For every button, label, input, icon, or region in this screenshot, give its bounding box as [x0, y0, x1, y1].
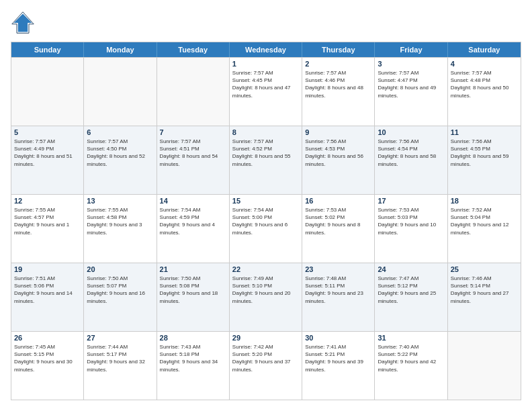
day-number: 16: [305, 197, 371, 205]
cal-cell-day-1: 1Sunrise: 7:57 AM Sunset: 4:45 PM Daylig…: [230, 58, 302, 126]
cell-detail: Sunrise: 7:54 AM Sunset: 4:59 PM Dayligh…: [160, 206, 226, 236]
day-number: 9: [305, 128, 371, 136]
calendar-week-4: 26Sunrise: 7:45 AM Sunset: 5:15 PM Dayli…: [11, 331, 521, 400]
cell-detail: Sunrise: 7:57 AM Sunset: 4:48 PM Dayligh…: [451, 69, 518, 99]
day-number: 20: [87, 265, 153, 273]
cell-detail: Sunrise: 7:52 AM Sunset: 5:04 PM Dayligh…: [451, 206, 518, 236]
cell-detail: Sunrise: 7:56 AM Sunset: 4:55 PM Dayligh…: [451, 138, 518, 168]
cal-cell-day-10: 10Sunrise: 7:56 AM Sunset: 4:54 PM Dayli…: [375, 126, 447, 194]
cal-cell-day-27: 27Sunrise: 7:44 AM Sunset: 5:17 PM Dayli…: [84, 332, 157, 400]
calendar-week-3: 19Sunrise: 7:51 AM Sunset: 5:06 PM Dayli…: [11, 263, 521, 331]
day-number: 27: [87, 334, 153, 342]
cell-detail: Sunrise: 7:57 AM Sunset: 4:51 PM Dayligh…: [160, 138, 226, 168]
cal-cell-day-28: 28Sunrise: 7:43 AM Sunset: 5:18 PM Dayli…: [157, 332, 230, 400]
cell-detail: Sunrise: 7:41 AM Sunset: 5:21 PM Dayligh…: [305, 343, 371, 373]
cal-cell-day-6: 6Sunrise: 7:57 AM Sunset: 4:50 PM Daylig…: [84, 126, 157, 194]
cal-cell-day-7: 7Sunrise: 7:57 AM Sunset: 4:51 PM Daylig…: [157, 126, 230, 194]
header: [11, 11, 521, 35]
cell-detail: Sunrise: 7:57 AM Sunset: 4:45 PM Dayligh…: [232, 69, 299, 99]
cal-cell-day-15: 15Sunrise: 7:54 AM Sunset: 5:00 PM Dayli…: [230, 195, 302, 263]
day-number: 11: [451, 128, 518, 136]
cal-cell-day-23: 23Sunrise: 7:48 AM Sunset: 5:11 PM Dayli…: [302, 263, 375, 331]
cal-cell-day-13: 13Sunrise: 7:55 AM Sunset: 4:58 PM Dayli…: [84, 195, 157, 263]
day-number: 12: [14, 197, 81, 205]
header-day-tuesday: Tuesday: [157, 42, 230, 57]
cell-detail: Sunrise: 7:40 AM Sunset: 5:22 PM Dayligh…: [378, 343, 444, 373]
cal-cell-day-14: 14Sunrise: 7:54 AM Sunset: 4:59 PM Dayli…: [157, 195, 230, 263]
day-number: 6: [87, 128, 153, 136]
day-number: 3: [378, 60, 444, 68]
cell-detail: Sunrise: 7:55 AM Sunset: 4:58 PM Dayligh…: [87, 206, 153, 236]
cal-cell-day-16: 16Sunrise: 7:53 AM Sunset: 5:02 PM Dayli…: [302, 195, 375, 263]
day-number: 23: [305, 265, 371, 273]
cal-cell-day-3: 3Sunrise: 7:57 AM Sunset: 4:47 PM Daylig…: [375, 58, 447, 126]
header-day-wednesday: Wednesday: [230, 42, 302, 57]
cell-detail: Sunrise: 7:43 AM Sunset: 5:18 PM Dayligh…: [160, 343, 226, 373]
cal-cell-day-5: 5Sunrise: 7:57 AM Sunset: 4:49 PM Daylig…: [11, 126, 84, 194]
cell-detail: Sunrise: 7:56 AM Sunset: 4:54 PM Dayligh…: [378, 138, 444, 168]
cal-cell-day-18: 18Sunrise: 7:52 AM Sunset: 5:04 PM Dayli…: [448, 195, 521, 263]
cal-cell-empty: [84, 58, 157, 126]
cal-cell-day-19: 19Sunrise: 7:51 AM Sunset: 5:06 PM Dayli…: [11, 263, 84, 331]
cell-detail: Sunrise: 7:45 AM Sunset: 5:15 PM Dayligh…: [14, 343, 81, 373]
day-number: 8: [232, 128, 299, 136]
day-number: 31: [378, 334, 444, 342]
day-number: 17: [378, 197, 444, 205]
day-number: 13: [87, 197, 153, 205]
cal-cell-day-20: 20Sunrise: 7:50 AM Sunset: 5:07 PM Dayli…: [84, 263, 157, 331]
cell-detail: Sunrise: 7:55 AM Sunset: 4:57 PM Dayligh…: [14, 206, 81, 236]
calendar: SundayMondayTuesdayWednesdayThursdayFrid…: [11, 42, 521, 400]
day-number: 30: [305, 334, 371, 342]
cal-cell-day-21: 21Sunrise: 7:50 AM Sunset: 5:08 PM Dayli…: [157, 263, 230, 331]
cell-detail: Sunrise: 7:47 AM Sunset: 5:12 PM Dayligh…: [378, 275, 444, 305]
cell-detail: Sunrise: 7:57 AM Sunset: 4:49 PM Dayligh…: [14, 138, 81, 168]
cell-detail: Sunrise: 7:57 AM Sunset: 4:50 PM Dayligh…: [87, 138, 153, 168]
cell-detail: Sunrise: 7:46 AM Sunset: 5:14 PM Dayligh…: [451, 275, 518, 305]
cell-detail: Sunrise: 7:57 AM Sunset: 4:46 PM Dayligh…: [305, 69, 371, 99]
day-number: 21: [160, 265, 226, 273]
day-number: 10: [378, 128, 444, 136]
cal-cell-day-8: 8Sunrise: 7:57 AM Sunset: 4:52 PM Daylig…: [230, 126, 302, 194]
cal-cell-day-9: 9Sunrise: 7:56 AM Sunset: 4:53 PM Daylig…: [302, 126, 375, 194]
day-number: 28: [160, 334, 226, 342]
day-number: 5: [14, 128, 81, 136]
cell-detail: Sunrise: 7:49 AM Sunset: 5:10 PM Dayligh…: [232, 275, 299, 305]
day-number: 22: [232, 265, 299, 273]
calendar-week-2: 12Sunrise: 7:55 AM Sunset: 4:57 PM Dayli…: [11, 194, 521, 263]
page: SundayMondayTuesdayWednesdayThursdayFrid…: [0, 0, 532, 411]
cell-detail: Sunrise: 7:56 AM Sunset: 4:53 PM Dayligh…: [305, 138, 371, 168]
cal-cell-empty: [11, 58, 84, 126]
cal-cell-day-24: 24Sunrise: 7:47 AM Sunset: 5:12 PM Dayli…: [375, 263, 447, 331]
day-number: 2: [305, 60, 371, 68]
cell-detail: Sunrise: 7:57 AM Sunset: 4:52 PM Dayligh…: [232, 138, 299, 168]
cell-detail: Sunrise: 7:42 AM Sunset: 5:20 PM Dayligh…: [232, 343, 299, 373]
calendar-week-0: 1Sunrise: 7:57 AM Sunset: 4:45 PM Daylig…: [11, 57, 521, 126]
cal-cell-day-2: 2Sunrise: 7:57 AM Sunset: 4:46 PM Daylig…: [302, 58, 375, 126]
day-number: 1: [232, 60, 299, 68]
header-day-saturday: Saturday: [448, 42, 521, 57]
cell-detail: Sunrise: 7:44 AM Sunset: 5:17 PM Dayligh…: [87, 343, 153, 373]
header-day-thursday: Thursday: [302, 42, 375, 57]
cal-cell-day-4: 4Sunrise: 7:57 AM Sunset: 4:48 PM Daylig…: [448, 58, 521, 126]
cell-detail: Sunrise: 7:54 AM Sunset: 5:00 PM Dayligh…: [232, 206, 299, 236]
cell-detail: Sunrise: 7:57 AM Sunset: 4:47 PM Dayligh…: [378, 69, 444, 99]
day-number: 24: [378, 265, 444, 273]
cal-cell-empty: [448, 332, 521, 400]
cal-cell-day-31: 31Sunrise: 7:40 AM Sunset: 5:22 PM Dayli…: [375, 332, 447, 400]
day-number: 26: [14, 334, 81, 342]
cell-detail: Sunrise: 7:48 AM Sunset: 5:11 PM Dayligh…: [305, 275, 371, 305]
cell-detail: Sunrise: 7:51 AM Sunset: 5:06 PM Dayligh…: [14, 275, 81, 305]
cal-cell-day-17: 17Sunrise: 7:53 AM Sunset: 5:03 PM Dayli…: [375, 195, 447, 263]
cal-cell-empty: [157, 58, 230, 126]
cal-cell-day-25: 25Sunrise: 7:46 AM Sunset: 5:14 PM Dayli…: [448, 263, 521, 331]
day-number: 18: [451, 197, 518, 205]
cal-cell-day-22: 22Sunrise: 7:49 AM Sunset: 5:10 PM Dayli…: [230, 263, 302, 331]
day-number: 25: [451, 265, 518, 273]
header-day-monday: Monday: [84, 42, 157, 57]
day-number: 14: [160, 197, 226, 205]
day-number: 15: [232, 197, 299, 205]
header-day-sunday: Sunday: [11, 42, 84, 57]
logo: [11, 11, 39, 35]
cell-detail: Sunrise: 7:50 AM Sunset: 5:08 PM Dayligh…: [160, 275, 226, 305]
cal-cell-day-11: 11Sunrise: 7:56 AM Sunset: 4:55 PM Dayli…: [448, 126, 521, 194]
